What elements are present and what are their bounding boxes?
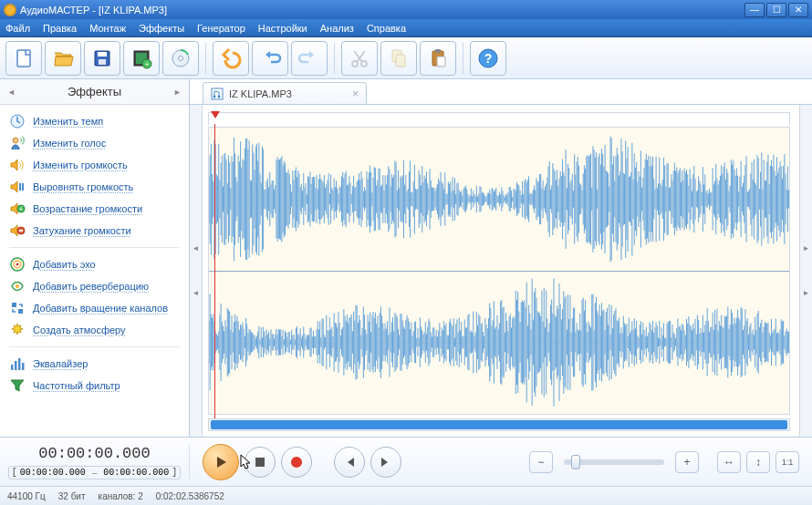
effect-change-voice[interactable]: Изменить голос (0, 132, 189, 154)
svg-rect-31 (12, 303, 16, 307)
svg-rect-37 (212, 88, 223, 99)
app-icon (4, 4, 16, 16)
chevron-left-icon[interactable]: ◄ (7, 88, 16, 97)
effect-normalize-volume[interactable]: Выровнять громкость (0, 176, 189, 198)
copy-button[interactable] (380, 41, 417, 76)
fit-vertical-button[interactable]: ↕ (746, 451, 770, 473)
svg-rect-26 (19, 230, 23, 232)
svg-rect-22 (22, 183, 24, 191)
playhead-marker[interactable] (211, 111, 220, 119)
effect-channel-rotation[interactable]: Добавить вращение каналов (0, 297, 189, 319)
minimize-button[interactable]: — (744, 3, 765, 17)
new-button[interactable] (5, 41, 42, 76)
effect-create-atmosphere[interactable]: Создать атмосферу (0, 319, 189, 341)
svg-rect-13 (396, 55, 405, 67)
zoom-1to1-button[interactable]: 1:1 (776, 451, 799, 473)
right-gutter: ►► (799, 105, 812, 437)
svg-rect-16 (437, 57, 445, 67)
transport-bar: 00:00:00.000 [ – ] − + ↔ ↕ 1:1 (0, 437, 812, 486)
svg-point-9 (179, 56, 183, 60)
svg-point-20 (13, 138, 18, 143)
svg-rect-2 (98, 52, 107, 57)
timeline-ruler[interactable] (208, 112, 790, 125)
save-button[interactable] (84, 41, 120, 76)
selection-range: [ – ] (8, 466, 182, 479)
svg-rect-0 (17, 50, 30, 67)
redo-button[interactable] (291, 41, 328, 76)
effect-frequency-filter[interactable]: Частотный фильтр (0, 375, 189, 397)
menubar: Файл Правка Монтаж Эффекты Генератор Нас… (0, 19, 812, 37)
main-area: IZ KLIPA.MP3 × ◄◄ ►► (190, 79, 812, 437)
sidebar-header: ◄ Эффекты ► (0, 79, 189, 105)
zoom-slider[interactable] (564, 459, 664, 465)
menu-edit[interactable]: Правка (43, 23, 77, 34)
menu-effects[interactable]: Эффекты (139, 23, 184, 34)
skip-start-button[interactable] (334, 447, 365, 478)
menu-generator[interactable]: Генератор (197, 23, 245, 34)
skip-end-button[interactable] (370, 447, 401, 478)
playback-controls (190, 444, 401, 480)
svg-rect-34 (15, 361, 17, 370)
waveform-display[interactable] (208, 127, 790, 415)
toolbar: + ? (0, 37, 812, 79)
zoom-out-button[interactable]: − (529, 451, 553, 473)
menu-help[interactable]: Справка (367, 23, 406, 34)
status-bitdepth: 32 бит (58, 491, 86, 501)
undo-button[interactable] (252, 41, 288, 76)
fit-horizontal-button[interactable]: ↔ (717, 451, 741, 473)
titlebar: АудиоМАСТЕР - [IZ KLIPA.MP3] — ☐ ✕ (0, 0, 812, 19)
stop-button[interactable] (245, 447, 276, 478)
undo-big-button[interactable] (213, 41, 249, 76)
play-button[interactable] (203, 444, 239, 480)
video-button[interactable]: + (123, 41, 160, 76)
effect-change-tempo[interactable]: Изменить темп (0, 110, 189, 132)
menu-file[interactable]: Файл (5, 23, 30, 34)
tab-close-icon[interactable]: × (352, 88, 359, 100)
scrollbar-thumb[interactable] (211, 420, 787, 429)
effect-equalizer[interactable]: Эквалайзер (0, 353, 189, 375)
svg-text:?: ? (484, 51, 493, 66)
svg-rect-15 (435, 49, 441, 53)
svg-rect-35 (18, 358, 21, 370)
menu-analysis[interactable]: Анализ (320, 23, 354, 34)
tab-label: IZ KLIPA.MP3 (229, 88, 292, 99)
status-channels: каналов: 2 (99, 491, 143, 501)
menu-settings[interactable]: Настройки (258, 23, 307, 34)
effect-fade-out[interactable]: Затухание громкости (0, 220, 189, 242)
svg-rect-36 (22, 363, 25, 370)
record-button[interactable] (281, 447, 312, 478)
cd-button[interactable] (162, 41, 199, 76)
effect-add-echo[interactable]: Добавить эхо (0, 253, 189, 275)
zoom-in-button[interactable]: + (675, 451, 699, 473)
left-gutter: ◄◄ (190, 105, 203, 437)
menu-montage[interactable]: Монтаж (89, 23, 126, 34)
open-button[interactable] (45, 41, 81, 76)
file-tab[interactable]: IZ KLIPA.MP3 × (203, 82, 367, 104)
svg-point-39 (218, 95, 221, 98)
cut-button[interactable] (341, 41, 378, 76)
sidebar-title: Эффекты (68, 85, 121, 98)
maximize-button[interactable]: ☐ (766, 3, 786, 17)
tabbar: IZ KLIPA.MP3 × (190, 79, 812, 105)
help-button[interactable]: ? (470, 41, 506, 76)
current-time: 00:00:00.000 (38, 445, 150, 462)
effect-add-reverb[interactable]: Добавить реверберацию (0, 275, 189, 297)
effect-change-volume[interactable]: Изменить громкость (0, 154, 189, 176)
zoom-slider-knob[interactable] (571, 455, 580, 469)
chevron-right-icon[interactable]: ► (173, 88, 182, 97)
svg-rect-40 (255, 458, 265, 467)
svg-point-38 (213, 95, 216, 98)
horizontal-scrollbar[interactable] (208, 418, 790, 431)
range-to-input[interactable] (100, 468, 172, 478)
window-title: АудиоМАСТЕР - [IZ KLIPA.MP3] (20, 5, 167, 15)
svg-text:+: + (19, 206, 23, 212)
svg-text:+: + (145, 60, 150, 68)
svg-rect-3 (99, 59, 106, 65)
effect-fade-in[interactable]: +Возрастание громкости (0, 198, 189, 220)
close-button[interactable]: ✕ (788, 3, 808, 17)
svg-point-41 (291, 457, 302, 468)
paste-button[interactable] (420, 41, 456, 76)
range-from-input[interactable] (17, 468, 88, 478)
audio-file-icon (211, 88, 224, 100)
status-duration: 0:02:02.5386752 (156, 491, 224, 501)
